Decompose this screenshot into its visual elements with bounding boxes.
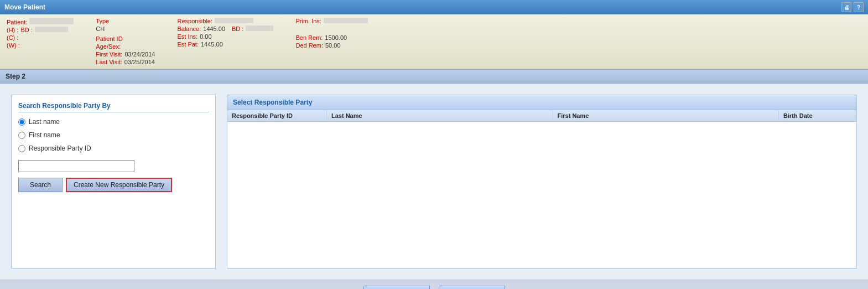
first-visit-label: First Visit:: [96, 51, 122, 58]
c-label: (C) :: [7, 34, 18, 41]
main-content: Search Responsible Party By Last name Fi…: [0, 84, 868, 280]
ded-rem-label: Ded Rem:: [295, 42, 323, 49]
bottom-bar: Back Next: [0, 280, 868, 289]
printer-icon[interactable]: 🖨: [841, 2, 851, 12]
search-button[interactable]: Search: [18, 178, 63, 192]
col-last-name: Last Name: [327, 110, 553, 121]
prim-ins-section: Prim. Ins: Ben Rem: 1500.00 Ded Rem: 50.…: [295, 18, 367, 65]
est-pat-value: 1445.00: [201, 41, 223, 48]
type-label: Type: [96, 18, 109, 24]
age-sex-label: Age/Sex:: [96, 43, 121, 50]
title-bar-icons: 🖨 ?: [841, 2, 864, 12]
step-header: Step 2: [0, 69, 868, 84]
resp-bd-label: BD :: [232, 25, 243, 32]
patient-label: Patient:: [7, 19, 27, 25]
radio-firstname-item[interactable]: First name: [18, 131, 209, 139]
search-input[interactable]: [18, 160, 134, 172]
table-body: [227, 122, 856, 268]
first-visit-value: 03/24/2014: [124, 51, 155, 58]
radio-firstname-label: First name: [29, 131, 60, 139]
prim-ins-label: Prim. Ins:: [295, 18, 321, 24]
w-label: (W) :: [7, 42, 20, 49]
radio-lastname-input[interactable]: [18, 118, 25, 126]
ben-rem-value: 1500.00: [325, 34, 347, 41]
ded-rem-value: 50.00: [325, 42, 341, 49]
est-ins-value: 0.00: [200, 33, 211, 40]
title-bar: Move Patient 🖨 ?: [0, 0, 868, 14]
right-panel: Select Responsible Party Responsible Par…: [227, 95, 857, 269]
create-new-responsible-party-button[interactable]: Create New Responsible Party: [66, 178, 172, 192]
back-button[interactable]: Back: [363, 286, 430, 290]
radio-firstname-input[interactable]: [18, 132, 25, 139]
bd-label: BD :: [20, 27, 32, 33]
left-panel-title: Search Responsible Party By: [18, 102, 209, 112]
ben-rem-label: Ben Rem:: [295, 34, 323, 41]
radio-lastname-item[interactable]: Last name: [18, 118, 209, 126]
est-ins-label: Est Ins:: [177, 33, 197, 40]
help-icon[interactable]: ?: [854, 2, 864, 12]
radio-rpid-input[interactable]: [18, 145, 25, 152]
table-header: Responsible Party ID Last Name First Nam…: [227, 110, 856, 122]
window-title: Move Patient: [4, 3, 45, 11]
button-row: Search Create New Responsible Party: [18, 178, 209, 192]
responsible-section: Responsible: Balance: 1445.00 BD : Est I…: [177, 18, 273, 65]
responsible-label: Responsible:: [177, 18, 212, 24]
last-visit-value: 03/25/2014: [124, 59, 155, 65]
search-by-group: Last name First name Responsible Party I…: [18, 118, 209, 152]
patient-section: Patient: (H) : BD : (C) : (W) :: [7, 18, 74, 65]
right-panel-title: Select Responsible Party: [227, 95, 856, 110]
balance-label: Balance:: [177, 25, 201, 32]
type-value: CH: [96, 25, 105, 32]
left-panel: Search Responsible Party By Last name Fi…: [11, 95, 216, 269]
last-visit-label: Last Visit:: [96, 59, 122, 65]
radio-rpid-label: Responsible Party ID: [29, 144, 91, 152]
radio-rpid-item[interactable]: Responsible Party ID: [18, 144, 209, 152]
step-label: Step 2: [6, 73, 25, 80]
col-first-name: First Name: [553, 110, 779, 121]
col-responsible-party-id: Responsible Party ID: [227, 110, 327, 121]
type-section: Type CH Patient ID Age/Sex: First Visit:…: [96, 18, 155, 65]
balance-value: 1445.00: [203, 25, 225, 32]
h-label: (H) :: [7, 27, 18, 33]
radio-lastname-label: Last name: [29, 118, 60, 126]
est-pat-label: Est Pat:: [177, 41, 199, 48]
patient-id-label: Patient ID: [96, 35, 122, 42]
patient-info-bar: Patient: (H) : BD : (C) : (W) : Type CH …: [0, 14, 868, 69]
next-button[interactable]: Next: [439, 286, 505, 290]
col-birth-date: Birth Date: [779, 110, 856, 121]
